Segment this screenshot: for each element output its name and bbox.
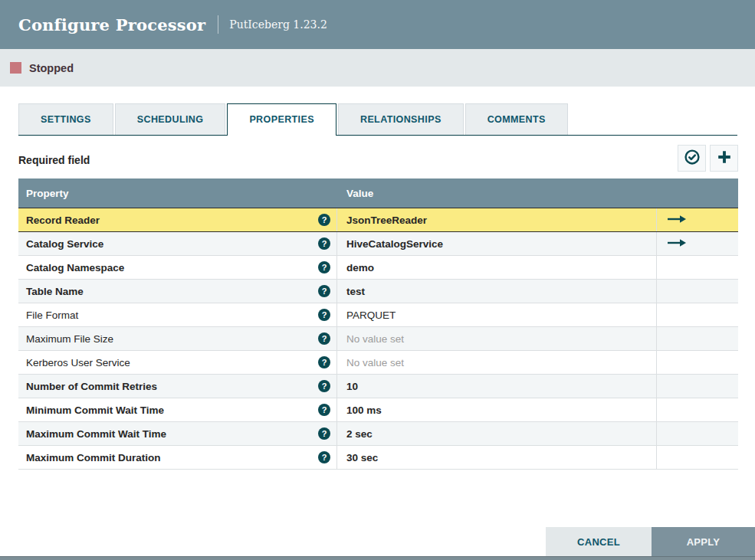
- table-body: Record Reader ? JsonTreeReader Catalog S…: [18, 208, 738, 470]
- table-header-row: Property Value: [18, 178, 738, 208]
- help-icon[interactable]: ?: [318, 309, 330, 321]
- page-bottom-edge: [0, 556, 755, 560]
- apply-button[interactable]: APPLY: [652, 527, 755, 557]
- status-bar: Stopped: [0, 49, 755, 87]
- property-value: JsonTreeReader: [346, 215, 427, 226]
- tab-scheduling[interactable]: SCHEDULING: [115, 103, 226, 135]
- property-value: demo: [346, 262, 374, 273]
- property-name: File Format: [26, 309, 318, 321]
- help-icon[interactable]: ?: [318, 332, 330, 345]
- table-row[interactable]: Minimum Commit Wait Time ? 100 ms: [18, 398, 738, 422]
- tab-settings[interactable]: SETTINGS: [18, 103, 113, 135]
- tab-label: SETTINGS: [41, 114, 91, 125]
- tab-label: PROPERTIES: [249, 114, 314, 125]
- tab-properties[interactable]: PROPERTIES: [227, 103, 336, 136]
- goto-service-icon[interactable]: [667, 215, 687, 226]
- table-row[interactable]: Record Reader ? JsonTreeReader: [18, 208, 738, 232]
- property-name: Kerberos User Service: [26, 357, 318, 368]
- tab-label: COMMENTS: [487, 114, 546, 125]
- property-name: Catalog Service: [26, 238, 318, 250]
- property-value: PARQUET: [346, 309, 396, 321]
- property-name: Maximum Commit Wait Time: [26, 428, 318, 440]
- table-row[interactable]: Kerberos User Service ? No value set: [18, 351, 738, 375]
- table-row[interactable]: File Format ? PARQUET: [18, 303, 738, 327]
- property-name: Maximum Commit Duration: [26, 452, 318, 463]
- property-value: HiveCatalogService: [346, 238, 443, 250]
- help-icon[interactable]: ?: [318, 427, 330, 440]
- title-separator: [218, 15, 218, 34]
- goto-service-icon[interactable]: [667, 238, 687, 250]
- table-row[interactable]: Table Name ? test: [18, 280, 738, 303]
- help-icon[interactable]: ?: [318, 237, 330, 250]
- table-row[interactable]: Maximum Commit Duration ? 30 sec: [18, 446, 738, 470]
- verify-properties-button[interactable]: [678, 145, 706, 172]
- property-value: No value set: [346, 333, 404, 345]
- help-icon[interactable]: ?: [318, 451, 330, 463]
- property-column-header: Property: [18, 188, 337, 199]
- configure-processor-dialog: Configure Processor PutIceberg 1.23.2 St…: [0, 0, 755, 560]
- help-icon[interactable]: ?: [318, 261, 330, 273]
- property-value: 2 sec: [346, 428, 373, 440]
- property-value: 30 sec: [346, 452, 378, 463]
- table-row[interactable]: Catalog Namespace ? demo: [18, 256, 738, 280]
- table-row[interactable]: Maximum File Size ? No value set: [18, 327, 738, 351]
- help-icon[interactable]: ?: [318, 285, 330, 297]
- dialog-title: Configure Processor: [18, 15, 205, 34]
- help-icon[interactable]: ?: [318, 214, 330, 226]
- property-name: Minimum Commit Wait Time: [26, 404, 318, 416]
- plus-icon: [716, 149, 733, 169]
- properties-table: Property Value Record Reader ? JsonTreeR…: [18, 178, 738, 470]
- stopped-status-icon: [10, 62, 21, 74]
- table-row[interactable]: Number of Commit Retries ? 10: [18, 375, 738, 398]
- add-property-button[interactable]: [710, 145, 738, 172]
- value-column-header: Value: [337, 188, 657, 199]
- table-row[interactable]: Maximum Commit Wait Time ? 2 sec: [18, 422, 738, 446]
- help-icon[interactable]: ?: [318, 380, 330, 392]
- dialog-header: Configure Processor PutIceberg 1.23.2: [0, 0, 755, 49]
- property-value: No value set: [346, 357, 404, 368]
- tab-comments[interactable]: COMMENTS: [465, 103, 568, 135]
- property-value: test: [346, 286, 365, 297]
- help-icon[interactable]: ?: [318, 404, 330, 416]
- required-field-label: Required field: [18, 154, 90, 166]
- property-value: 100 ms: [346, 404, 382, 416]
- property-name: Record Reader: [26, 215, 318, 226]
- properties-toolbar: [678, 145, 738, 172]
- tab-bar: SETTINGS SCHEDULING PROPERTIES RELATIONS…: [18, 103, 737, 136]
- tab-label: RELATIONSHIPS: [360, 114, 442, 125]
- help-icon[interactable]: ?: [318, 356, 330, 368]
- tab-relationships[interactable]: RELATIONSHIPS: [338, 103, 464, 135]
- status-label: Stopped: [29, 62, 74, 74]
- property-name: Maximum File Size: [26, 333, 318, 345]
- cancel-button[interactable]: CANCEL: [546, 527, 652, 557]
- property-value: 10: [346, 381, 358, 392]
- tab-label: SCHEDULING: [137, 114, 204, 125]
- processor-name: PutIceberg 1.23.2: [229, 18, 327, 31]
- check-circle-icon: [684, 149, 701, 169]
- table-row[interactable]: Catalog Service ? HiveCatalogService: [18, 232, 738, 256]
- property-name: Number of Commit Retries: [26, 381, 318, 392]
- property-name: Catalog Namespace: [26, 262, 318, 273]
- property-name: Table Name: [26, 286, 318, 297]
